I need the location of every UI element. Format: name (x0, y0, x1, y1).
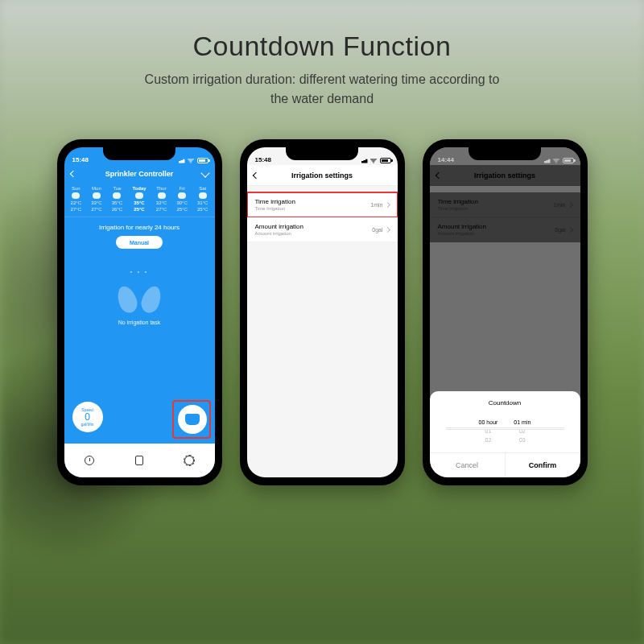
hero-title: Countdown Function (0, 31, 644, 62)
row-value: 0gal (372, 227, 382, 233)
forecast-day: Today35°C25°C (132, 186, 146, 212)
speed-badge: Speed 0 gal/Min (72, 402, 103, 432)
back-button[interactable] (254, 171, 258, 180)
signal-icon (360, 159, 368, 163)
row-time-irrigation[interactable]: Time irrigation Time irrigation 1min (247, 192, 398, 217)
alarm-icon[interactable] (85, 456, 94, 465)
hero-subtitle: Custom irrigation duration: different wa… (0, 70, 644, 109)
section-title: Irrigation for nearly 24 hours (64, 224, 215, 231)
wifi-icon (553, 158, 560, 163)
no-task-label: No irrigation task (64, 320, 215, 325)
forecast-day: Thur32°C27°C (156, 186, 167, 212)
forecast-day: Sat31°C25°C (197, 186, 208, 212)
battery-icon (380, 158, 391, 163)
app-header: Sprinkler Controller (64, 165, 215, 183)
settings-list: Time irrigation Time irrigation 1min Amo… (247, 192, 398, 242)
manual-button[interactable]: Manual (116, 236, 163, 249)
chevron-right-icon (384, 201, 390, 207)
hour-picker[interactable]: 00 hour 01 02 (479, 419, 498, 443)
cancel-button[interactable]: Cancel (430, 453, 506, 477)
wifi-icon (370, 158, 378, 163)
signal-icon (177, 159, 185, 163)
signal-icon (543, 159, 551, 163)
highlight-fab (172, 400, 211, 439)
page-title: Sprinkler Controller (105, 170, 174, 178)
row-amount-irrigation[interactable]: Amount irrigation Amount irrigation 0gal (247, 217, 398, 242)
chevron-right-icon (384, 226, 390, 232)
wifi-icon (188, 158, 195, 163)
notes-icon[interactable] (135, 456, 143, 465)
row-title: Amount irrigation (255, 223, 303, 230)
back-button[interactable] (71, 170, 76, 178)
row-subtitle: Amount irrigation (255, 231, 303, 236)
row-subtitle: Time irrigation (255, 206, 295, 211)
row-title: Time irrigation (255, 198, 295, 205)
minute-picker[interactable]: 01 min 02 03 (514, 419, 530, 443)
forecast-day: Fri30°C25°C (176, 186, 187, 212)
forecast-day: Sun22°C27°C (71, 186, 81, 212)
phone-sprinkler: 15:48 Sprinkler Controller Sun22°C27°CMo… (57, 139, 222, 485)
forecast-day: Tue35°C26°C (112, 186, 122, 212)
sheet-title: Countdown (430, 399, 580, 415)
countdown-sheet: Countdown 00 hour 01 02 01 min 02 03 Can… (430, 391, 580, 477)
forecast-strip: Sun22°C27°CMon33°C27°CTue35°C26°CToday35… (64, 183, 215, 217)
phone-countdown-picker: 14:44 Irrigation settings Time irrigatio… (423, 139, 588, 485)
time-picker[interactable]: 00 hour 01 02 01 min 02 03 (430, 415, 580, 452)
page-title: Irrigation settings (291, 171, 353, 180)
edit-button[interactable] (202, 170, 208, 178)
leaf-illustration: • • • (115, 273, 163, 313)
battery-icon (563, 158, 574, 163)
forecast-day: Mon33°C27°C (91, 186, 101, 212)
status-time: 14:44 (438, 156, 454, 163)
battery-icon (197, 158, 208, 163)
row-value: 1min (370, 202, 382, 208)
confirm-button[interactable]: Confirm (506, 453, 580, 477)
status-time: 15:48 (72, 156, 89, 163)
settings-icon[interactable] (184, 456, 194, 465)
app-header: Irrigation settings (247, 165, 398, 186)
phone-settings: 15:48 Irrigation settings Time irrigatio… (240, 139, 405, 485)
status-time: 15:48 (255, 156, 271, 163)
bottom-nav (64, 444, 215, 477)
